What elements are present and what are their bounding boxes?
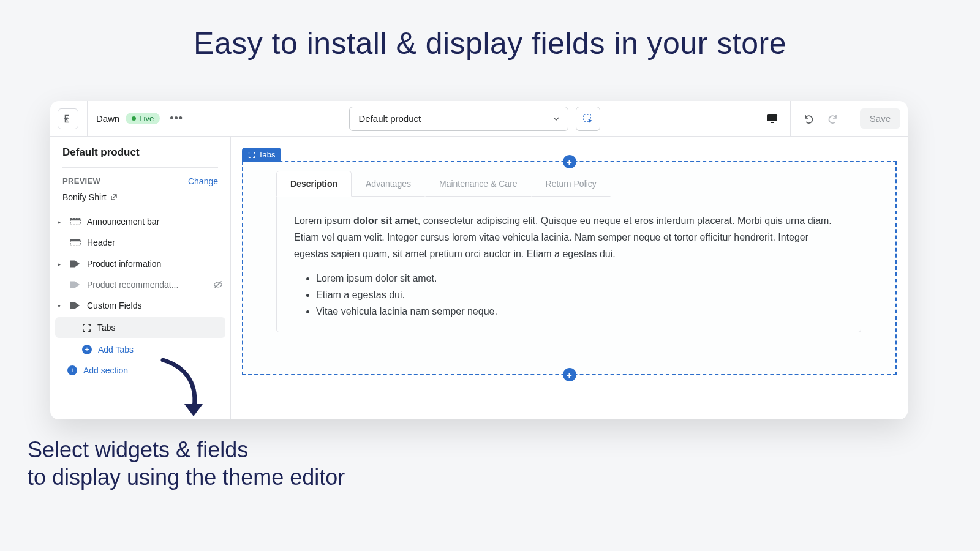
fullscreen-icon	[248, 151, 255, 159]
chevron-right-icon: ▸	[58, 261, 64, 268]
block-tabs[interactable]: Tabs	[55, 317, 225, 338]
list-item: Etiam a egestas dui.	[316, 287, 843, 303]
add-section-label: Add section	[83, 365, 128, 375]
fullscreen-icon	[82, 323, 91, 332]
tag-icon	[70, 301, 81, 310]
desktop-icon	[766, 113, 778, 125]
tab-description[interactable]: Description	[276, 171, 352, 197]
chevron-down-icon	[553, 116, 559, 122]
plus-circle-icon: +	[67, 365, 77, 375]
live-badge: Live	[126, 113, 160, 124]
hidden-icon	[213, 280, 223, 290]
add-block-before-button[interactable]: +	[563, 155, 576, 168]
section-icon	[70, 238, 81, 247]
preview-product-link[interactable]: Bonify Shirt	[50, 192, 230, 211]
change-preview-link[interactable]: Change	[188, 176, 218, 186]
tab-content: Lorem ipsum dolor sit amet, consectetur …	[277, 197, 861, 332]
list-item: Lorem ipsum dolor sit amet.	[316, 270, 843, 287]
undo-icon	[802, 113, 815, 125]
annotation-arrow-icon	[151, 355, 218, 422]
svg-rect-2	[771, 122, 774, 123]
section-label: Custom Fields	[87, 301, 141, 310]
chevron-right-icon: ▸	[58, 219, 64, 225]
svg-rect-6	[70, 239, 80, 242]
plus-circle-icon: +	[82, 345, 92, 354]
inspector-icon	[582, 113, 594, 125]
theme-name: Dawn	[96, 113, 119, 124]
tab-maintenance[interactable]: Maintenance & Care	[425, 171, 532, 197]
chevron-down-icon: ▾	[58, 302, 64, 309]
preview-product-name: Bonify Shirt	[62, 192, 107, 202]
external-link-icon	[110, 193, 118, 201]
section-custom-fields[interactable]: ▾ Custom Fields	[50, 295, 230, 316]
redo-button[interactable]	[824, 110, 842, 128]
section-icon	[70, 217, 81, 226]
divider	[790, 101, 791, 137]
section-label: Product information	[87, 259, 161, 269]
exit-button[interactable]	[58, 108, 78, 129]
more-menu-button[interactable]: •••	[166, 108, 187, 129]
section-label: Product recommendat...	[87, 280, 178, 290]
tab-return-policy[interactable]: Return Policy	[532, 171, 611, 197]
svg-rect-4	[70, 219, 80, 221]
sidebar-title: Default product	[50, 146, 230, 167]
tabs-widget-tabbar: Description Advantages Maintenance & Car…	[276, 171, 895, 197]
section-label: Announcement bar	[87, 217, 159, 227]
bullet-list: Lorem ipsum dolor sit amet. Etiam a eges…	[294, 263, 843, 320]
paragraph-text: Lorem ipsum	[294, 216, 353, 226]
tag-icon	[70, 260, 81, 268]
inspector-button[interactable]	[576, 107, 600, 131]
section-label: Header	[87, 238, 115, 247]
divider	[851, 101, 851, 137]
desktop-preview-button[interactable]	[763, 110, 782, 128]
paragraph-bold: dolor sit amet	[353, 216, 418, 226]
editor-toolbar: Dawn Live ••• Default product	[50, 101, 908, 137]
section-header[interactable]: Header	[50, 232, 230, 253]
selection-outline: + + Description Advantages Maintenance &…	[242, 161, 897, 375]
section-product-information[interactable]: ▸ Product information	[50, 253, 230, 274]
block-label: Tabs	[97, 323, 116, 332]
template-selector[interactable]: Default product	[349, 107, 568, 131]
template-selector-value: Default product	[358, 113, 421, 124]
list-item: Vitae vehicula lacinia nam semper neque.	[316, 303, 843, 320]
svg-rect-1	[767, 114, 777, 121]
exit-icon	[62, 113, 74, 124]
preview-canvas: Tabs + + Description Advantages Maintena…	[231, 137, 908, 419]
section-product-recommendations[interactable]: Product recommendat...	[50, 274, 230, 295]
caption-line: to display using the theme editor	[28, 463, 345, 491]
tag-icon	[70, 280, 81, 289]
page-headline: Easy to install & display fields in your…	[0, 0, 980, 61]
undo-button[interactable]	[799, 110, 818, 128]
divider	[87, 101, 88, 137]
caption-line: Select widgets & fields	[28, 436, 345, 463]
selection-badge-label: Tabs	[258, 150, 275, 159]
selection-badge[interactable]: Tabs	[242, 148, 281, 162]
annotation-caption: Select widgets & fields to display using…	[28, 436, 345, 491]
save-button[interactable]: Save	[860, 108, 900, 129]
redo-icon	[827, 113, 839, 125]
add-tabs-label: Add Tabs	[98, 345, 134, 354]
section-announcement-bar[interactable]: ▸ Announcement bar	[50, 211, 230, 232]
add-block-after-button[interactable]: +	[563, 368, 576, 381]
tab-advantages[interactable]: Advantages	[352, 171, 425, 197]
preview-label: PREVIEW	[62, 176, 100, 186]
